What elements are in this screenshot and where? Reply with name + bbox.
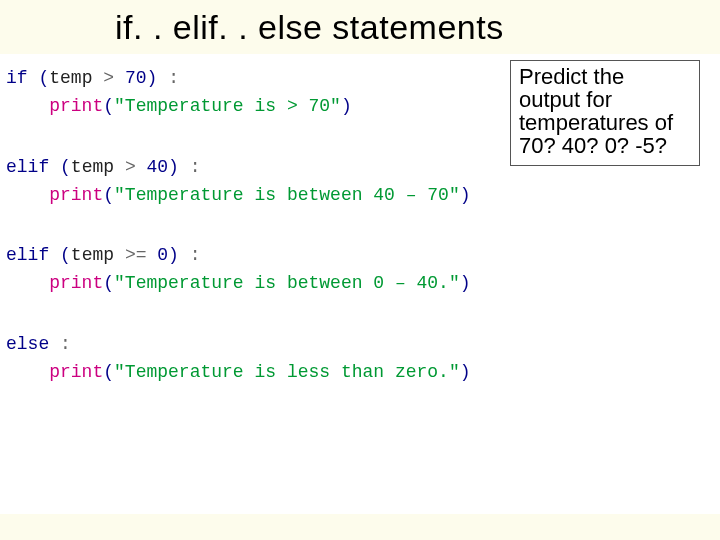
kw-else: else [6, 334, 49, 354]
kw-if: if [6, 68, 28, 88]
code-line-print2: print("Temperature is between 40 – 70") [6, 181, 714, 209]
code-line-elif2: elif (temp >= 0) : [6, 241, 714, 269]
fn-print: print [49, 185, 103, 205]
code-line-print4: print("Temperature is less than zero.") [6, 358, 714, 386]
predict-callout: Predict the output for temperatures of 7… [510, 60, 700, 166]
var-temp: temp [49, 68, 92, 88]
str-2: "Temperature is between 40 – 70" [114, 185, 460, 205]
num-70: 70 [125, 68, 147, 88]
code-line-else: else : [6, 330, 714, 358]
title-text: if. . elif. . else statements [115, 8, 504, 46]
kw-elif: elif [6, 157, 49, 177]
str-1: "Temperature is > 70" [114, 96, 341, 116]
fn-print: print [49, 362, 103, 382]
var-temp: temp [71, 245, 114, 265]
op-gt: > [125, 157, 136, 177]
num-40: 40 [147, 157, 169, 177]
str-3: "Temperature is between 0 – 40." [114, 273, 460, 293]
op-gte: >= [125, 245, 147, 265]
fn-print: print [49, 96, 103, 116]
fn-print: print [49, 273, 103, 293]
str-4: "Temperature is less than zero." [114, 362, 460, 382]
code-line-print3: print("Temperature is between 0 – 40.") [6, 269, 714, 297]
var-temp: temp [71, 157, 114, 177]
num-0: 0 [157, 245, 168, 265]
op-gt: > [103, 68, 114, 88]
kw-elif: elif [6, 245, 49, 265]
predict-text: Predict the output for temperatures of 7… [519, 64, 673, 158]
slide-title: if. . elif. . else statements [115, 8, 504, 47]
